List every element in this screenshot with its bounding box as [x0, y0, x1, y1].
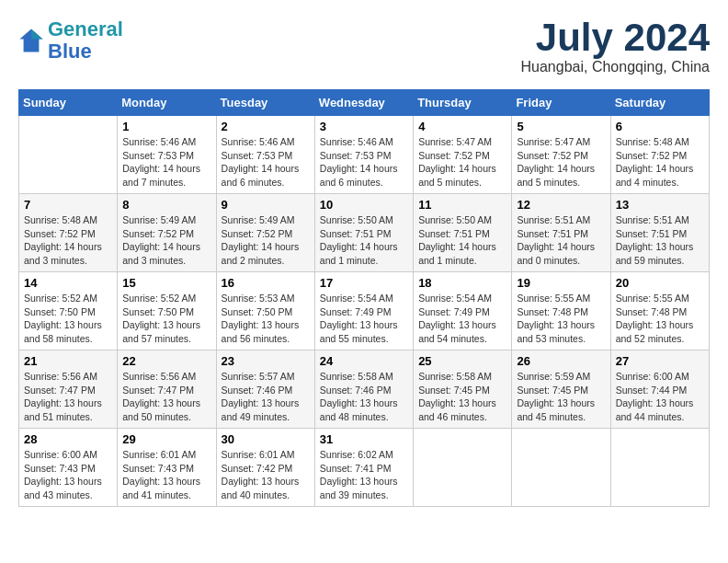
day-info: Sunrise: 6:00 AM Sunset: 7:44 PM Dayligh… — [616, 370, 704, 424]
calendar-cell: 23Sunrise: 5:57 AM Sunset: 7:46 PM Dayli… — [216, 350, 314, 429]
day-number: 2 — [222, 120, 310, 133]
calendar-cell: 3Sunrise: 5:46 AM Sunset: 7:53 PM Daylig… — [314, 116, 413, 194]
calendar-cell: 18Sunrise: 5:54 AM Sunset: 7:49 PM Dayli… — [414, 272, 512, 350]
day-number: 11 — [418, 198, 506, 212]
day-number: 13 — [616, 198, 704, 212]
day-number: 19 — [517, 276, 605, 290]
day-number: 21 — [24, 354, 112, 368]
day-number: 25 — [418, 354, 506, 368]
calendar-week-3: 14Sunrise: 5:52 AM Sunset: 7:50 PM Dayli… — [19, 272, 710, 350]
month-year-title: July 2024 — [521, 18, 710, 57]
calendar-cell: 26Sunrise: 5:59 AM Sunset: 7:45 PM Dayli… — [512, 350, 610, 429]
calendar-cell: 1Sunrise: 5:46 AM Sunset: 7:53 PM Daylig… — [118, 116, 216, 194]
calendar-week-4: 21Sunrise: 5:56 AM Sunset: 7:47 PM Dayli… — [19, 350, 710, 429]
location-subtitle: Huangbai, Chongqing, China — [521, 59, 710, 75]
calendar-cell: 2Sunrise: 5:46 AM Sunset: 7:53 PM Daylig… — [216, 116, 314, 194]
day-number: 26 — [517, 354, 605, 368]
calendar-cell — [19, 116, 118, 194]
calendar-cell: 11Sunrise: 5:50 AM Sunset: 7:51 PM Dayli… — [414, 194, 512, 272]
day-info: Sunrise: 5:55 AM Sunset: 7:48 PM Dayligh… — [616, 292, 704, 346]
weekday-header-wednesday: Wednesday — [314, 90, 413, 116]
logo-icon — [18, 28, 44, 53]
day-number: 27 — [616, 354, 704, 368]
day-info: Sunrise: 5:52 AM Sunset: 7:50 PM Dayligh… — [24, 292, 112, 346]
day-number: 7 — [24, 198, 112, 212]
calendar-cell: 9Sunrise: 5:49 AM Sunset: 7:52 PM Daylig… — [216, 194, 314, 272]
calendar-table: SundayMondayTuesdayWednesdayThursdayFrid… — [18, 89, 710, 507]
day-info: Sunrise: 6:02 AM Sunset: 7:41 PM Dayligh… — [320, 448, 408, 502]
day-info: Sunrise: 5:54 AM Sunset: 7:49 PM Dayligh… — [320, 292, 408, 346]
page-header: GeneralBlue July 2024 Huangbai, Chongqin… — [18, 18, 710, 75]
calendar-cell: 4Sunrise: 5:47 AM Sunset: 7:52 PM Daylig… — [414, 116, 512, 194]
calendar-cell: 30Sunrise: 6:01 AM Sunset: 7:42 PM Dayli… — [216, 429, 314, 507]
calendar-cell: 8Sunrise: 5:49 AM Sunset: 7:52 PM Daylig… — [118, 194, 216, 272]
day-number: 14 — [24, 276, 112, 290]
calendar-cell — [610, 429, 709, 507]
calendar-cell: 10Sunrise: 5:50 AM Sunset: 7:51 PM Dayli… — [314, 194, 413, 272]
day-number: 18 — [418, 276, 506, 290]
day-number: 8 — [122, 198, 210, 212]
day-info: Sunrise: 5:56 AM Sunset: 7:47 PM Dayligh… — [24, 370, 112, 424]
day-info: Sunrise: 5:46 AM Sunset: 7:53 PM Dayligh… — [122, 135, 210, 190]
day-info: Sunrise: 6:00 AM Sunset: 7:43 PM Dayligh… — [24, 448, 112, 502]
day-info: Sunrise: 6:01 AM Sunset: 7:43 PM Dayligh… — [122, 448, 210, 502]
day-number: 9 — [222, 198, 310, 212]
day-info: Sunrise: 5:51 AM Sunset: 7:51 PM Dayligh… — [517, 213, 605, 268]
day-number: 20 — [616, 276, 704, 290]
day-info: Sunrise: 5:56 AM Sunset: 7:47 PM Dayligh… — [122, 370, 210, 424]
day-number: 15 — [122, 276, 210, 290]
calendar-cell: 25Sunrise: 5:58 AM Sunset: 7:45 PM Dayli… — [414, 350, 512, 429]
calendar-cell: 5Sunrise: 5:47 AM Sunset: 7:52 PM Daylig… — [512, 116, 610, 194]
weekday-header-tuesday: Tuesday — [216, 90, 314, 116]
day-info: Sunrise: 5:46 AM Sunset: 7:53 PM Dayligh… — [320, 135, 408, 190]
day-info: Sunrise: 5:51 AM Sunset: 7:51 PM Dayligh… — [616, 213, 704, 268]
day-number: 22 — [122, 354, 210, 368]
day-info: Sunrise: 5:47 AM Sunset: 7:52 PM Dayligh… — [517, 135, 605, 190]
calendar-cell: 27Sunrise: 6:00 AM Sunset: 7:44 PM Dayli… — [610, 350, 709, 429]
day-info: Sunrise: 5:49 AM Sunset: 7:52 PM Dayligh… — [222, 213, 310, 268]
day-info: Sunrise: 5:49 AM Sunset: 7:52 PM Dayligh… — [122, 213, 210, 268]
calendar-cell: 6Sunrise: 5:48 AM Sunset: 7:52 PM Daylig… — [610, 116, 709, 194]
day-number: 3 — [320, 120, 408, 133]
calendar-week-1: 1Sunrise: 5:46 AM Sunset: 7:53 PM Daylig… — [19, 116, 710, 194]
day-info: Sunrise: 5:55 AM Sunset: 7:48 PM Dayligh… — [517, 292, 605, 346]
day-info: Sunrise: 5:54 AM Sunset: 7:49 PM Dayligh… — [418, 292, 506, 346]
calendar-cell: 20Sunrise: 5:55 AM Sunset: 7:48 PM Dayli… — [610, 272, 709, 350]
calendar-cell: 29Sunrise: 6:01 AM Sunset: 7:43 PM Dayli… — [118, 429, 216, 507]
calendar-cell: 13Sunrise: 5:51 AM Sunset: 7:51 PM Dayli… — [610, 194, 709, 272]
weekday-header-monday: Monday — [118, 90, 216, 116]
day-number: 1 — [122, 120, 210, 133]
calendar-cell: 14Sunrise: 5:52 AM Sunset: 7:50 PM Dayli… — [19, 272, 118, 350]
day-info: Sunrise: 5:57 AM Sunset: 7:46 PM Dayligh… — [222, 370, 310, 424]
day-info: Sunrise: 5:48 AM Sunset: 7:52 PM Dayligh… — [24, 213, 112, 268]
day-number: 17 — [320, 276, 408, 290]
calendar-cell: 16Sunrise: 5:53 AM Sunset: 7:50 PM Dayli… — [216, 272, 314, 350]
calendar-cell: 28Sunrise: 6:00 AM Sunset: 7:43 PM Dayli… — [19, 429, 118, 507]
calendar-cell: 17Sunrise: 5:54 AM Sunset: 7:49 PM Dayli… — [314, 272, 413, 350]
day-number: 28 — [24, 432, 112, 446]
day-number: 23 — [222, 354, 310, 368]
weekday-header-sunday: Sunday — [19, 90, 118, 116]
calendar-cell — [414, 429, 512, 507]
day-number: 31 — [320, 432, 408, 446]
weekday-header-friday: Friday — [512, 90, 610, 116]
calendar-cell: 21Sunrise: 5:56 AM Sunset: 7:47 PM Dayli… — [19, 350, 118, 429]
day-info: Sunrise: 5:58 AM Sunset: 7:45 PM Dayligh… — [418, 370, 506, 424]
calendar-cell: 15Sunrise: 5:52 AM Sunset: 7:50 PM Dayli… — [118, 272, 216, 350]
day-number: 10 — [320, 198, 408, 212]
day-number: 16 — [222, 276, 310, 290]
logo-text: GeneralBlue — [48, 18, 123, 63]
weekday-header-row: SundayMondayTuesdayWednesdayThursdayFrid… — [19, 90, 710, 116]
day-number: 6 — [616, 120, 704, 133]
day-info: Sunrise: 5:59 AM Sunset: 7:45 PM Dayligh… — [517, 370, 605, 424]
day-info: Sunrise: 5:46 AM Sunset: 7:53 PM Dayligh… — [222, 135, 310, 190]
title-block: July 2024 Huangbai, Chongqing, China — [521, 18, 710, 75]
svg-marker-1 — [31, 29, 43, 40]
day-info: Sunrise: 5:50 AM Sunset: 7:51 PM Dayligh… — [320, 213, 408, 268]
calendar-cell: 12Sunrise: 5:51 AM Sunset: 7:51 PM Dayli… — [512, 194, 610, 272]
day-number: 29 — [122, 432, 210, 446]
day-info: Sunrise: 5:48 AM Sunset: 7:52 PM Dayligh… — [616, 135, 704, 190]
day-info: Sunrise: 5:52 AM Sunset: 7:50 PM Dayligh… — [122, 292, 210, 346]
day-number: 24 — [320, 354, 408, 368]
day-number: 30 — [222, 432, 310, 446]
